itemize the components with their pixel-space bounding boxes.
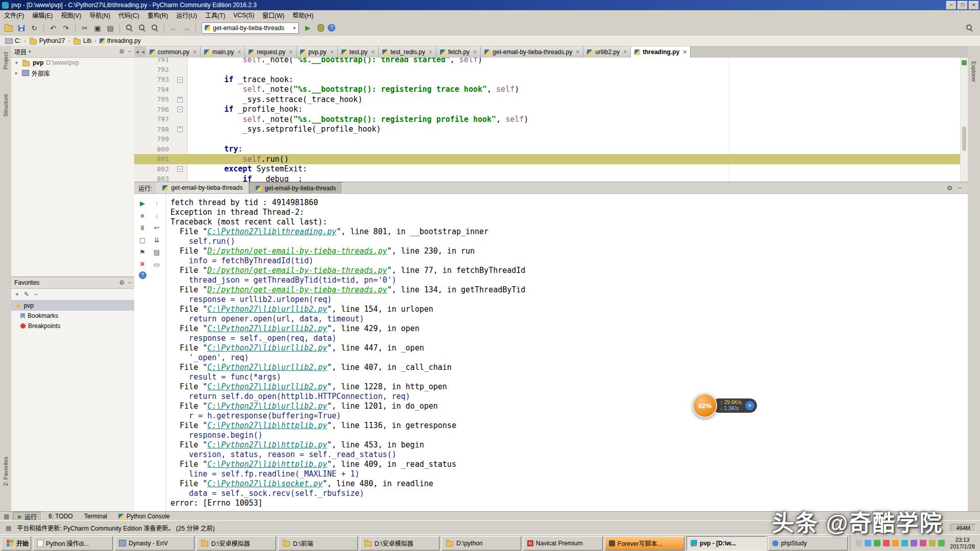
scroll-end-icon[interactable]: ⇊ [152, 235, 162, 245]
forward-icon[interactable]: → [181, 22, 192, 34]
taskbar-clock[interactable]: 23:13 2017/1/28 [948, 537, 975, 550]
menu-item-7[interactable]: 工具(T) [201, 10, 229, 20]
pin-icon[interactable]: ⚑ [137, 247, 148, 257]
editor-scrollbar-thumb[interactable] [962, 127, 966, 151]
stack-trace-link[interactable]: C:\Python27\lib\urllib2.py [207, 363, 327, 372]
menu-item-1[interactable]: 编辑(E) [28, 10, 57, 20]
tray-icon-9[interactable] [938, 540, 945, 546]
tab-request.py[interactable]: request.py× [245, 46, 297, 58]
help-icon[interactable]: ? [139, 271, 146, 279]
tool-window-button-3[interactable]: Python Console [114, 512, 175, 521]
zoom-in-icon[interactable] [136, 22, 148, 34]
run-tab-0[interactable]: get-email-by-tieba-threads [156, 182, 249, 193]
minimize-button[interactable]: − [946, 1, 957, 10]
menu-item-9[interactable]: 窗口(W) [258, 10, 288, 20]
tab-close-icon[interactable]: × [288, 48, 292, 56]
tray-icon-6[interactable] [911, 540, 917, 546]
stack-trace-link[interactable]: D:/python/get-email-by-tieba-threads.py [207, 266, 387, 275]
tab-test_redis.py[interactable]: test_redis.py× [379, 46, 436, 58]
soft-wrap-icon[interactable]: ↩ [152, 222, 162, 233]
pause-icon[interactable]: ‖ [137, 222, 148, 233]
breadcrumb-item[interactable]: threading.py [100, 37, 141, 44]
breadcrumb-item[interactable]: C: [5, 37, 21, 44]
tray-icon-7[interactable] [920, 540, 926, 546]
expand-arrow-icon[interactable]: ▾ [15, 60, 19, 65]
add-icon[interactable]: + [15, 291, 19, 298]
print-icon[interactable]: ▤ [152, 247, 162, 257]
external-libraries-row[interactable]: ▸ 外部库 [11, 68, 134, 78]
find-icon[interactable] [124, 22, 135, 34]
settings-gear-icon[interactable]: ⚙ [947, 184, 953, 192]
tab-fetch.py[interactable]: fetch.py× [436, 46, 481, 58]
tab-get-email-by-tieba-threads.py[interactable]: get-email-by-tieba-threads.py× [481, 46, 583, 58]
undo-icon[interactable]: ↶ [47, 22, 59, 34]
hide-panel-icon[interactable]: − [128, 48, 131, 55]
menu-item-8[interactable]: VCS(S) [229, 11, 258, 19]
taskbar-item-8[interactable]: pvp - [D:\w... [687, 536, 766, 550]
stack-trace-link[interactable]: C:\Python27\lib\httplib.py [207, 440, 327, 449]
next-trace-icon[interactable]: ↓ [152, 210, 162, 220]
taskbar-item-4[interactable]: D:\安卓模拟器 [360, 536, 439, 550]
tab-close-icon[interactable]: × [329, 48, 334, 56]
debug-icon[interactable] [315, 22, 326, 34]
tray-icon-1[interactable] [865, 540, 871, 546]
redo-icon[interactable]: ↷ [60, 22, 71, 34]
settings-gear-icon[interactable]: ⚙ [119, 48, 125, 55]
tab-test.py[interactable]: test.py× [338, 46, 379, 58]
zoom-out-icon[interactable] [149, 22, 160, 34]
scroll-tabs-left-icon[interactable]: ◂ [140, 48, 146, 55]
search-everywhere-icon[interactable] [964, 22, 975, 34]
start-button[interactable]: 开始 [1, 536, 31, 550]
tab-urllib2.py[interactable]: urllib2.py× [583, 46, 631, 58]
tab-close-icon[interactable]: × [428, 48, 432, 56]
chevron-down-icon[interactable]: ▾ [29, 49, 31, 54]
clear-icon[interactable]: ▭ [152, 259, 162, 269]
prev-trace-icon[interactable]: ↑ [152, 198, 162, 208]
save-icon[interactable] [16, 22, 27, 34]
cut-icon[interactable]: ✂ [79, 22, 90, 34]
tab-threading.py[interactable]: threading.py× [631, 46, 691, 58]
tab-close-icon[interactable]: × [236, 48, 241, 56]
settings-gear-icon[interactable]: ⚙ [119, 279, 125, 286]
tool-button-project[interactable]: Project [3, 52, 9, 69]
stack-trace-link[interactable]: C:\Python27\lib\socket.py [207, 479, 323, 488]
fold-marker-icon[interactable]: − [177, 77, 187, 83]
paste-icon[interactable]: ▤ [105, 22, 116, 34]
rerun-icon[interactable]: ▶ [137, 198, 148, 208]
taskbar-item-9[interactable]: phpStudy [768, 536, 848, 550]
tray-icon-8[interactable] [929, 540, 936, 546]
stack-trace-link[interactable]: C:\Python27\lib\urllib2.py [207, 305, 327, 314]
fold-marker-icon[interactable]: ^ [177, 126, 187, 132]
status-grid-icon[interactable]: ▦ [4, 524, 13, 532]
tool-window-button-0[interactable]: ▶运行 [13, 512, 42, 521]
tray-icon-4[interactable] [892, 540, 899, 546]
restore-button[interactable]: □ [958, 1, 968, 10]
tray-icon-3[interactable] [883, 540, 890, 546]
widget-plus-button[interactable]: + [745, 401, 754, 410]
scroll-tabs-left-icon[interactable]: ◂ [134, 48, 140, 55]
taskbar-item-3[interactable]: D:\前端 [278, 536, 358, 550]
menu-item-0[interactable]: 文件(F) [0, 10, 28, 20]
close-button[interactable]: × [969, 1, 979, 10]
stack-trace-link[interactable]: C:\Python27\lib\httplib.py [207, 421, 327, 430]
fold-marker-icon[interactable]: − [177, 166, 187, 172]
stack-trace-link[interactable]: C:\Python27\lib\urllib2.py [207, 324, 327, 333]
tray-icon-0[interactable] [855, 540, 862, 546]
run-tab-1[interactable]: get-email-by-tieba-threads [249, 182, 342, 194]
memory-indicator[interactable]: 494M [950, 524, 976, 532]
taskbar-item-6[interactable]: NNavicat Premium [523, 536, 603, 550]
menu-item-5[interactable]: 重构(R) [143, 10, 173, 20]
run-configuration-select[interactable]: get-email-by-tieba-threads ▾ [202, 22, 299, 34]
hide-panel-icon[interactable]: − [958, 184, 962, 192]
stop-icon[interactable]: ■ [137, 210, 148, 220]
back-icon[interactable]: ← [168, 22, 179, 34]
tab-main.py[interactable]: main.py× [201, 46, 245, 58]
favorites-item-bookmarks[interactable]: Bookmarks [11, 311, 134, 321]
code-editor[interactable]: 791 self._note("%s.__bootstrap(): thread… [134, 58, 968, 182]
favorites-item-breakpoints[interactable]: Breakpoints [11, 321, 134, 331]
run-icon[interactable]: ▶ [302, 22, 313, 34]
stack-trace-link[interactable]: C:\Python27\lib\urllib2.py [207, 343, 327, 353]
stack-trace-link[interactable]: C:\Python27\lib\httplib.py [207, 460, 327, 469]
tray-icon-2[interactable] [874, 540, 880, 546]
collapse-arrow-icon[interactable]: ▸ [15, 70, 19, 76]
